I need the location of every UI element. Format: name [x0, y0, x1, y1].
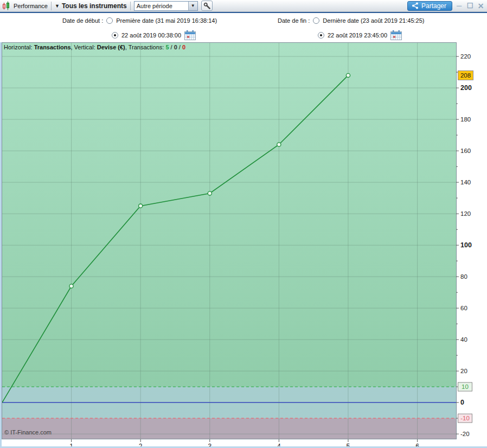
end-custom-date-value[interactable]: 22 août 2019 23:45:00 [328, 32, 387, 39]
period-select-value: Autre période [134, 3, 188, 9]
wrench-icon [203, 2, 211, 10]
start-custom-date-radio[interactable] [112, 32, 118, 39]
settings-button[interactable] [201, 1, 213, 11]
svg-text:80: 80 [460, 273, 467, 280]
start-first-date-radio[interactable] [106, 17, 113, 24]
window-toolbar: Performance ▼ Tous les instruments Autre… [0, 0, 487, 12]
minimize-button[interactable]: ─ [455, 2, 463, 10]
instruments-dropdown-label: Tous les instruments [62, 2, 127, 10]
calendar-icon [390, 30, 402, 40]
svg-text:120: 120 [460, 210, 471, 217]
toolbar-divider [0, 12, 487, 13]
candlestick-icon [2, 1, 10, 10]
svg-text:100: 100 [460, 241, 472, 249]
maximize-button[interactable]: ☐ [466, 2, 474, 10]
svg-text:160: 160 [460, 148, 471, 154]
start-custom-date-value[interactable]: 22 août 2019 00:38:00 [121, 32, 181, 39]
end-custom-date-radio[interactable] [318, 32, 324, 39]
toolbar-separator [130, 2, 131, 10]
svg-text:60: 60 [460, 305, 467, 311]
toolbar-separator [51, 2, 52, 10]
svg-text:0: 0 [460, 399, 464, 406]
chart-info-label: Horizontal: Transactions, Vertical: Devi… [4, 44, 185, 50]
share-button[interactable]: Partager [407, 1, 452, 11]
instruments-dropdown[interactable]: ▼ Tous les instruments [55, 2, 127, 10]
end-calendar-button[interactable] [390, 30, 402, 40]
select-arrow-icon[interactable]: ▼ [188, 2, 197, 10]
period-select[interactable]: Autre période ▼ [134, 1, 198, 11]
performance-chart[interactable]: -2002040608010012014016018020022010-1020… [0, 42, 487, 448]
svg-text:220: 220 [460, 53, 471, 60]
start-first-date-option[interactable]: Première date (31 mai 2019 16:38:14) [116, 17, 217, 24]
svg-text:10: 10 [462, 383, 469, 390]
calendar-icon [184, 30, 196, 40]
svg-text:20: 20 [460, 368, 467, 374]
copyright-label: © IT-Finance.com [4, 429, 52, 436]
share-button-label: Partager [421, 2, 446, 10]
chevron-down-icon: ▼ [55, 3, 60, 9]
share-icon [412, 2, 419, 9]
end-date-label: Date de fin : [278, 17, 310, 24]
chart-canvas[interactable]: -2002040608010012014016018020022010-1020… [0, 42, 487, 448]
vertical-axis-name: Devise (€) [97, 44, 125, 50]
svg-text:40: 40 [460, 336, 467, 343]
svg-text:208: 208 [460, 72, 471, 79]
losing-count: 0 [182, 44, 185, 50]
end-last-date-option[interactable]: Dernière date (23 août 2019 21:45:25) [323, 17, 424, 24]
svg-text:-20: -20 [460, 431, 470, 437]
svg-text:200: 200 [460, 84, 472, 92]
close-button[interactable]: ✕ [477, 2, 485, 10]
svg-text:140: 140 [460, 179, 471, 185]
end-last-date-radio[interactable] [313, 17, 319, 24]
svg-text:180: 180 [460, 116, 471, 123]
start-date-label: Date de début : [62, 17, 103, 24]
date-controls-panel: Date de début : Première date (31 mai 20… [0, 13, 487, 42]
horizontal-axis-name: Transactions [34, 44, 71, 50]
svg-text:-10: -10 [460, 415, 470, 421]
start-calendar-button[interactable] [184, 30, 196, 40]
panel-title: Performance [14, 3, 48, 9]
